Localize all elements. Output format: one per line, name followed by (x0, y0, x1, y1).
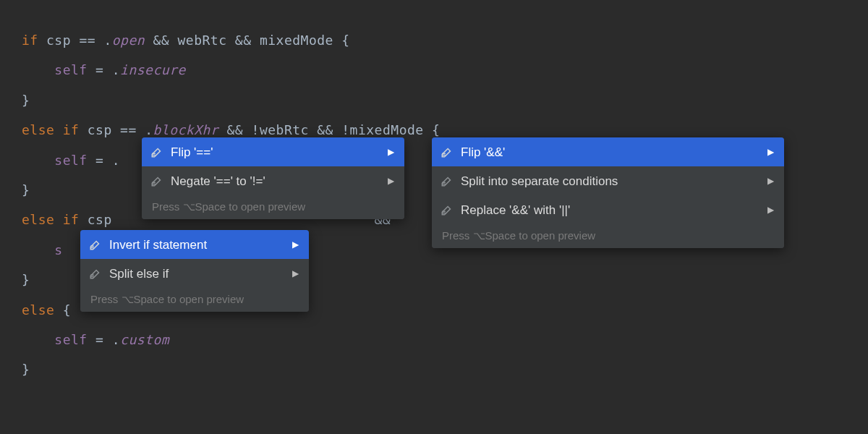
chevron-right-icon: ▶ (388, 148, 394, 156)
edit-icon (441, 203, 454, 216)
code-line: self = .custom (22, 325, 846, 354)
intention-label: Split into separate conditions (461, 175, 760, 187)
intention-negate-equals[interactable]: Negate '==' to '!=' ▶ (142, 166, 404, 195)
popup-hint: Press ⌥Space to open preview (432, 224, 784, 248)
intention-split-conditions[interactable]: Split into separate conditions ▶ (432, 166, 784, 195)
edit-icon (441, 145, 454, 158)
intention-flip-and[interactable]: Flip '&&' ▶ (432, 137, 784, 166)
intention-label: Flip '==' (171, 146, 380, 158)
edit-icon (441, 174, 454, 187)
intention-label: Split else if (109, 268, 285, 280)
intention-popup-logical: Flip '&&' ▶ Split into separate conditio… (432, 137, 784, 248)
intention-label: Flip '&&' (461, 146, 760, 158)
edit-icon (89, 267, 102, 280)
intention-label: Replace '&&' with '||' (461, 204, 760, 216)
intention-popup-equality: Flip '==' ▶ Negate '==' to '!=' ▶ Press … (142, 137, 404, 219)
popup-hint: Press ⌥Space to open preview (142, 195, 404, 219)
edit-icon (150, 174, 163, 187)
edit-icon (89, 238, 102, 251)
chevron-right-icon: ▶ (388, 176, 394, 185)
chevron-right-icon: ▶ (292, 269, 299, 278)
code-line: } (22, 85, 846, 115)
intention-popup-if: Invert if statement ▶ Split else if ▶ Pr… (80, 230, 309, 312)
code-line: } (22, 354, 846, 384)
intention-invert-if[interactable]: Invert if statement ▶ (80, 230, 309, 259)
chevron-right-icon: ▶ (292, 240, 299, 249)
intention-replace-and-or[interactable]: Replace '&&' with '||' ▶ (432, 195, 784, 224)
code-line: if csp == .open && webRtc && mixedMode { (22, 25, 846, 55)
popup-hint: Press ⌥Space to open preview (80, 288, 309, 312)
edit-icon (150, 145, 163, 158)
chevron-right-icon: ▶ (767, 176, 774, 185)
intention-label: Negate '==' to '!=' (171, 175, 380, 187)
chevron-right-icon: ▶ (767, 148, 774, 156)
code-line: self = .insecure (22, 55, 846, 85)
intention-label: Invert if statement (109, 239, 285, 251)
intention-split-elseif[interactable]: Split else if ▶ (80, 259, 309, 288)
intention-flip-equals[interactable]: Flip '==' ▶ (142, 137, 404, 166)
chevron-right-icon: ▶ (767, 205, 774, 214)
